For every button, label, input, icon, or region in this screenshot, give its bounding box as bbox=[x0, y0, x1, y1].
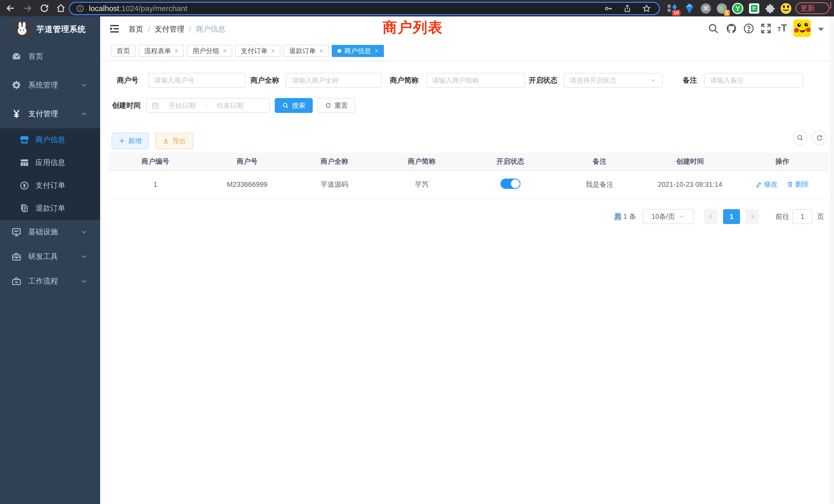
sidebar-item-label: 支付订单 bbox=[36, 180, 65, 191]
tab-merchant-info[interactable]: 商户信息× bbox=[332, 45, 384, 57]
next-page-button[interactable] bbox=[746, 209, 759, 224]
chevron-down-icon bbox=[679, 213, 685, 220]
extension-command-icon[interactable]: ⌘ bbox=[700, 3, 712, 14]
sidebar-item-label: 研发工具 bbox=[28, 251, 58, 262]
refresh-icon bbox=[325, 102, 331, 109]
delete-link[interactable]: 删除 bbox=[787, 180, 809, 189]
extension-emoji-icon[interactable] bbox=[780, 3, 792, 14]
sidebar-item-refund-orders[interactable]: 退款订单 bbox=[0, 197, 100, 220]
refresh-icon bbox=[816, 134, 823, 141]
breadcrumb-payment[interactable]: 支付管理 bbox=[155, 24, 184, 35]
close-icon[interactable]: × bbox=[375, 47, 378, 54]
status-select[interactable]: 请选择开启状态 bbox=[564, 73, 663, 88]
edit-link[interactable]: 修改 bbox=[756, 180, 778, 189]
sidebar-fold-icon[interactable] bbox=[109, 23, 120, 35]
full-name-input[interactable] bbox=[286, 73, 382, 88]
sidebar-item-label: 系统管理 bbox=[28, 80, 58, 90]
status-toggle[interactable] bbox=[501, 179, 521, 189]
github-icon[interactable] bbox=[725, 23, 737, 35]
bookmark-star-icon[interactable] bbox=[642, 4, 651, 13]
tab-home[interactable]: 首页 bbox=[111, 45, 136, 57]
help-icon[interactable] bbox=[743, 23, 755, 35]
prev-page-button[interactable] bbox=[704, 209, 718, 224]
col-merchant-no: 商户号 bbox=[203, 157, 291, 166]
sidebar-item-pay-orders[interactable]: 支付订单 bbox=[0, 174, 100, 197]
search-button[interactable]: 搜索 bbox=[275, 98, 313, 113]
sidebar-item-payment[interactable]: 支付管理 bbox=[0, 99, 100, 128]
gear-icon bbox=[11, 80, 22, 90]
sidebar-item-merchant-info[interactable]: 商户信息 bbox=[0, 128, 100, 151]
font-size-icon[interactable]: TT bbox=[777, 23, 789, 35]
extension-proxy-icon[interactable]: 1 bbox=[716, 3, 728, 14]
avatar-caret-icon[interactable] bbox=[818, 28, 824, 31]
date-end-input[interactable] bbox=[211, 101, 249, 110]
extension-notes-icon[interactable] bbox=[748, 3, 760, 14]
sidebar-item-label: 应用信息 bbox=[36, 158, 65, 168]
browser-chrome: localhost:1024/pay/merchant 10 ⌘ 1 Y 更新 bbox=[0, 0, 834, 17]
date-start-input[interactable] bbox=[163, 101, 201, 110]
browser-update-button[interactable]: 更新 bbox=[795, 2, 829, 14]
refresh-table-button[interactable] bbox=[812, 130, 827, 145]
store-icon bbox=[20, 135, 29, 145]
remark-input[interactable] bbox=[704, 73, 803, 88]
extension-puzzle-icon[interactable] bbox=[764, 3, 776, 14]
scrollbar[interactable] bbox=[830, 17, 834, 504]
breadcrumb-home[interactable]: 首页 bbox=[128, 24, 143, 35]
short-name-input[interactable] bbox=[426, 73, 525, 88]
tab-refund-orders[interactable]: 退款订单× bbox=[284, 45, 329, 57]
close-icon[interactable]: × bbox=[271, 47, 275, 54]
browser-back-icon[interactable] bbox=[6, 3, 16, 13]
fullscreen-icon[interactable] bbox=[760, 23, 772, 35]
export-button[interactable]: 导出 bbox=[155, 133, 193, 149]
browser-reload-icon[interactable] bbox=[40, 3, 49, 13]
browser-menu-icon[interactable] bbox=[830, 2, 831, 9]
tab-user-group[interactable]: 用户分组× bbox=[187, 45, 232, 57]
sidebar-item-system[interactable]: 系统管理 bbox=[0, 71, 100, 99]
reset-button[interactable]: 重置 bbox=[317, 98, 355, 113]
page-size-select[interactable]: 10条/页 bbox=[642, 209, 694, 224]
show-search-button[interactable] bbox=[793, 130, 808, 145]
col-full-name: 商户全称 bbox=[291, 157, 377, 166]
sidebar-item-home[interactable]: 首页 bbox=[0, 42, 100, 71]
extension-y-icon[interactable]: Y bbox=[732, 3, 744, 14]
site-info-icon[interactable] bbox=[76, 4, 84, 13]
calendar-icon bbox=[152, 101, 159, 109]
goto-page-input[interactable] bbox=[792, 209, 812, 224]
chevron-down-icon bbox=[80, 81, 88, 89]
dashboard-icon bbox=[11, 51, 22, 62]
search-icon[interactable] bbox=[707, 23, 719, 35]
close-icon[interactable]: × bbox=[320, 47, 323, 54]
create-time-range-picker[interactable]: - bbox=[146, 98, 270, 113]
sidebar-item-app-info[interactable]: 应用信息 bbox=[0, 151, 100, 174]
url-text: localhost:1024/pay/merchant bbox=[89, 4, 188, 13]
download-icon bbox=[162, 138, 169, 144]
sidebar-item-workflow[interactable]: 工作流程 bbox=[0, 269, 100, 294]
sidebar-item-label: 商户信息 bbox=[36, 135, 65, 145]
page-number-1[interactable]: 1 bbox=[723, 209, 740, 224]
sidebar-item-label: 基础设施 bbox=[28, 227, 58, 237]
add-button[interactable]: 新增 bbox=[112, 133, 148, 149]
sidebar-item-dev-tools[interactable]: 研发工具 bbox=[0, 244, 100, 269]
sidebar-item-label: 首页 bbox=[28, 51, 43, 62]
breadcrumb-current: 商户信息 bbox=[196, 24, 225, 35]
chevron-left-icon bbox=[708, 213, 714, 220]
extension-gem-icon[interactable] bbox=[683, 3, 695, 14]
sidebar-item-infrastructure[interactable]: 基础设施 bbox=[0, 220, 100, 244]
cell-full-name: 芋道源码 bbox=[291, 180, 377, 189]
tab-process-form[interactable]: 流程表单× bbox=[139, 45, 184, 57]
extension-tasks-icon[interactable]: 10 bbox=[666, 3, 678, 14]
close-icon[interactable]: × bbox=[175, 47, 178, 54]
close-icon[interactable]: × bbox=[223, 47, 226, 54]
browser-forward-icon[interactable] bbox=[23, 3, 32, 13]
user-avatar[interactable] bbox=[793, 20, 811, 37]
svg-text:Y: Y bbox=[736, 5, 740, 12]
share-icon[interactable] bbox=[623, 4, 632, 13]
browser-home-icon[interactable] bbox=[56, 3, 66, 13]
password-key-icon[interactable] bbox=[604, 4, 613, 13]
app-logo-row[interactable]: 芋道管理系统 bbox=[0, 17, 100, 42]
trash-icon bbox=[787, 181, 793, 188]
merchant-no-input[interactable] bbox=[148, 73, 246, 88]
url-bar[interactable]: localhost:1024/pay/merchant bbox=[69, 2, 660, 15]
extension-badge: 1 bbox=[724, 10, 730, 16]
tab-pay-orders[interactable]: 支付订单× bbox=[235, 45, 280, 57]
